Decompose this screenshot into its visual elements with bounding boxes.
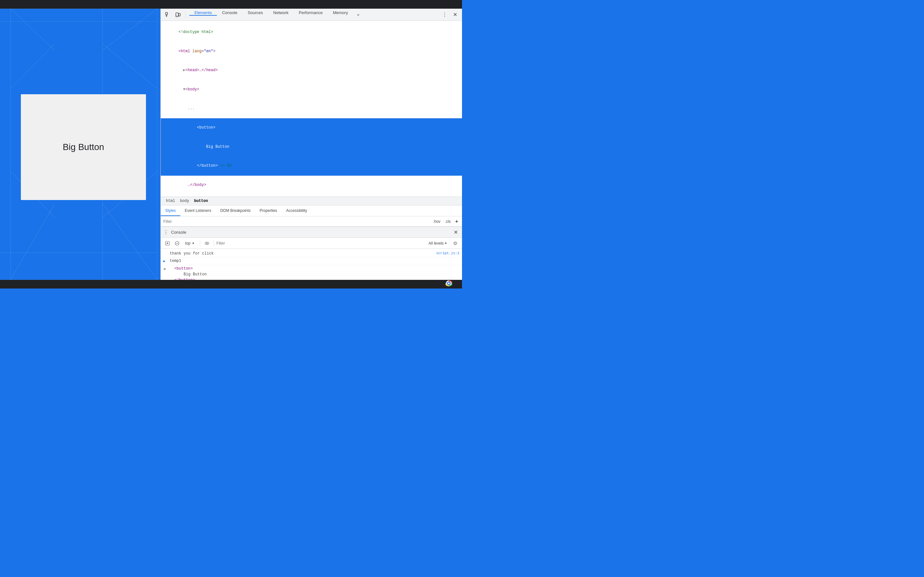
tab-memory[interactable]: Memory (328, 10, 353, 16)
html-line-ellipsis: ... (161, 99, 462, 118)
console-header: ⋮ Console ✕ (161, 227, 462, 238)
chrome-logo (445, 280, 452, 287)
console-filter-separator (200, 240, 200, 246)
add-style-button[interactable]: + (454, 218, 459, 225)
result-arrow-icon: ◀ (163, 266, 168, 272)
more-tabs-button[interactable]: » (354, 10, 363, 19)
console-log-line-2[interactable]: ▶ temp1 (161, 258, 462, 265)
log-levels-selector[interactable]: All levels ▼ (426, 240, 450, 246)
html-line-body: ▼<body> (161, 80, 462, 99)
breadcrumb-html[interactable]: html (165, 198, 176, 204)
breadcrumb: html body button (161, 197, 462, 205)
inspect-button[interactable] (163, 10, 172, 19)
devtools-panel: Elements Console Sources Network Perform… (160, 9, 462, 285)
toolbar-icons (161, 10, 189, 19)
console-drag-handle[interactable]: ⋮ (163, 229, 168, 235)
button-card: Big Button (21, 94, 146, 200)
devtools-close-button[interactable]: ✕ (451, 10, 459, 19)
result-text: Big Button (170, 271, 207, 277)
tab-network[interactable]: Network (268, 10, 294, 16)
result-open-tag: <button> (170, 266, 207, 271)
console-title: Console (171, 230, 186, 235)
svg-point-2 (448, 282, 450, 284)
html-line-button-open[interactable]: <button> (161, 118, 462, 137)
svg-point-30 (454, 242, 456, 244)
svg-rect-21 (176, 13, 178, 17)
inspector-tab-event-listeners[interactable]: Event Listeners (180, 205, 216, 216)
toolbar-separator (185, 11, 186, 18)
inspector-tab-styles[interactable]: Styles (161, 205, 180, 216)
html-line-button-text[interactable]: Big Button (161, 137, 462, 156)
console-drawer: ⋮ Console ✕ top ▼ (161, 227, 462, 285)
devtools-menu-button[interactable]: ⋮ (440, 10, 449, 19)
html-line-doctype: <!doctype html> (161, 23, 462, 42)
svg-marker-25 (167, 242, 168, 244)
breadcrumb-button[interactable]: button (193, 198, 209, 204)
inspector-tabs: Styles Event Listeners DOM Breakpoints P… (161, 205, 462, 216)
big-button-label: Big Button (63, 142, 104, 152)
bottom-bar (0, 280, 462, 288)
console-close-button[interactable]: ✕ (452, 229, 459, 236)
elements-panel: <!doctype html> <html lang="en"> ▶<head>… (161, 21, 462, 197)
html-line-html: <html lang="en"> (161, 42, 462, 61)
console-log-line-1: thank you for click script.js:2 (161, 250, 462, 258)
device-toggle-button[interactable] (174, 10, 183, 19)
console-source-1[interactable]: script.js:2 (436, 251, 459, 256)
tab-sources[interactable]: Sources (242, 10, 268, 16)
tab-elements[interactable]: Elements (189, 10, 217, 16)
console-filter-input[interactable] (216, 241, 425, 245)
breadcrumb-body[interactable]: body (179, 198, 191, 204)
console-eye-button[interactable] (203, 239, 211, 247)
top-bar (0, 0, 462, 9)
devtools-toolbar: Elements Console Sources Network Perform… (161, 9, 462, 21)
html-line-body-close: …</body> (161, 176, 462, 195)
cls-button[interactable]: .cls (444, 219, 452, 224)
toolbar-right: ⋮ ✕ (438, 10, 462, 19)
devtools-tabs: Elements Console Sources Network Perform… (189, 10, 438, 19)
html-line-button-close[interactable]: </button> == $0 (161, 156, 462, 176)
tab-performance[interactable]: Performance (294, 10, 328, 16)
console-line-icon (163, 251, 168, 251)
svg-rect-18 (166, 13, 168, 15)
inspector-tab-dom-breakpoints[interactable]: DOM Breakpoints (216, 205, 255, 216)
demo-area: Big Button (10, 9, 157, 285)
styles-filter-input[interactable] (163, 219, 429, 224)
console-log-text-2: temp1 (170, 258, 459, 264)
html-line-head: ▶<head>…</head> (161, 61, 462, 80)
context-selector[interactable]: top ▼ (183, 240, 197, 246)
svg-rect-22 (179, 13, 180, 16)
expand-icon: ▶ (163, 258, 168, 264)
console-log-text-1: thank you for click (170, 251, 433, 256)
console-execute-button[interactable] (163, 239, 172, 247)
hov-button[interactable]: :hov (432, 219, 442, 224)
styles-actions: :hov .cls + (432, 218, 459, 225)
tab-console[interactable]: Console (217, 10, 242, 16)
inspector-tab-properties[interactable]: Properties (255, 205, 282, 216)
svg-point-29 (206, 243, 208, 244)
console-clear-button[interactable] (173, 239, 181, 247)
styles-filter-bar: :hov .cls + (161, 216, 462, 227)
console-toolbar: top ▼ All levels ▼ (161, 238, 462, 249)
inspector-tab-accessibility[interactable]: Accessibility (282, 205, 312, 216)
console-settings-button[interactable] (451, 239, 459, 247)
